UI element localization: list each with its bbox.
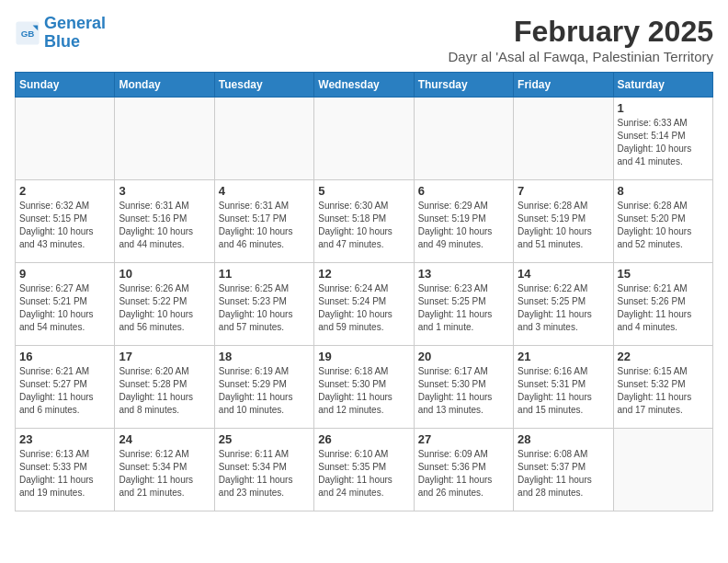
logo-icon: GB xyxy=(15,20,40,46)
week-row-4: 16Sunrise: 6:21 AM Sunset: 5:27 PM Dayli… xyxy=(16,346,713,429)
calendar-cell: 14Sunrise: 6:22 AM Sunset: 5:25 PM Dayli… xyxy=(514,263,613,346)
day-info: Sunrise: 6:09 AM Sunset: 5:36 PM Dayligh… xyxy=(418,448,509,500)
day-number: 19 xyxy=(318,350,409,363)
calendar-cell xyxy=(414,98,513,180)
day-number: 16 xyxy=(19,350,110,363)
weekday-header-monday: Monday xyxy=(115,73,214,98)
day-info: Sunrise: 6:15 AM Sunset: 5:32 PM Dayligh… xyxy=(618,365,709,417)
weekday-header-thursday: Thursday xyxy=(414,73,513,98)
calendar-cell: 10Sunrise: 6:26 AM Sunset: 5:22 PM Dayli… xyxy=(115,263,214,346)
calendar-cell: 5Sunrise: 6:30 AM Sunset: 5:18 PM Daylig… xyxy=(314,180,414,263)
day-info: Sunrise: 6:13 AM Sunset: 5:33 PM Dayligh… xyxy=(19,448,110,500)
calendar-cell: 17Sunrise: 6:20 AM Sunset: 5:28 PM Dayli… xyxy=(115,346,214,429)
calendar-cell: 21Sunrise: 6:16 AM Sunset: 5:31 PM Dayli… xyxy=(514,346,613,429)
day-info: Sunrise: 6:30 AM Sunset: 5:18 PM Dayligh… xyxy=(318,200,409,251)
day-info: Sunrise: 6:27 AM Sunset: 5:21 PM Dayligh… xyxy=(19,282,110,334)
day-number: 26 xyxy=(318,432,409,446)
calendar-cell: 19Sunrise: 6:18 AM Sunset: 5:30 PM Dayli… xyxy=(314,346,414,429)
day-info: Sunrise: 6:19 AM Sunset: 5:29 PM Dayligh… xyxy=(219,365,310,417)
week-row-2: 2Sunrise: 6:32 AM Sunset: 5:15 PM Daylig… xyxy=(16,180,713,263)
day-info: Sunrise: 6:21 AM Sunset: 5:26 PM Dayligh… xyxy=(618,282,709,334)
day-info: Sunrise: 6:24 AM Sunset: 5:24 PM Dayligh… xyxy=(318,282,409,334)
calendar-cell xyxy=(214,98,313,180)
day-info: Sunrise: 6:28 AM Sunset: 5:20 PM Dayligh… xyxy=(618,200,709,251)
day-number: 17 xyxy=(119,350,210,363)
logo-text: General Blue xyxy=(44,15,106,52)
day-info: Sunrise: 6:29 AM Sunset: 5:19 PM Dayligh… xyxy=(418,200,509,251)
calendar-cell: 9Sunrise: 6:27 AM Sunset: 5:21 PM Daylig… xyxy=(16,263,115,346)
calendar-cell: 3Sunrise: 6:31 AM Sunset: 5:16 PM Daylig… xyxy=(115,180,214,263)
weekday-header-sunday: Sunday xyxy=(16,73,115,98)
day-number: 21 xyxy=(518,350,609,363)
day-number: 22 xyxy=(618,350,709,363)
weekday-header-tuesday: Tuesday xyxy=(214,73,313,98)
weekday-header-saturday: Saturday xyxy=(613,73,712,98)
calendar-cell: 13Sunrise: 6:23 AM Sunset: 5:25 PM Dayli… xyxy=(414,263,513,346)
day-info: Sunrise: 6:08 AM Sunset: 5:37 PM Dayligh… xyxy=(518,448,609,500)
day-number: 23 xyxy=(19,432,110,446)
day-info: Sunrise: 6:25 AM Sunset: 5:23 PM Dayligh… xyxy=(219,282,310,334)
day-info: Sunrise: 6:22 AM Sunset: 5:25 PM Dayligh… xyxy=(518,282,609,334)
day-number: 18 xyxy=(219,350,310,363)
day-info: Sunrise: 6:11 AM Sunset: 5:34 PM Dayligh… xyxy=(219,448,310,500)
calendar-cell: 25Sunrise: 6:11 AM Sunset: 5:34 PM Dayli… xyxy=(214,429,313,511)
day-info: Sunrise: 6:28 AM Sunset: 5:19 PM Dayligh… xyxy=(518,200,609,251)
day-info: Sunrise: 6:31 AM Sunset: 5:17 PM Dayligh… xyxy=(219,200,310,251)
calendar-cell: 20Sunrise: 6:17 AM Sunset: 5:30 PM Dayli… xyxy=(414,346,513,429)
logo-blue: Blue xyxy=(44,32,80,51)
month-title: February 2025 xyxy=(448,15,713,49)
calendar-cell: 16Sunrise: 6:21 AM Sunset: 5:27 PM Dayli… xyxy=(16,346,115,429)
day-info: Sunrise: 6:26 AM Sunset: 5:22 PM Dayligh… xyxy=(119,282,210,334)
day-info: Sunrise: 6:33 AM Sunset: 5:14 PM Dayligh… xyxy=(618,117,709,168)
day-number: 5 xyxy=(318,184,409,198)
logo-general: General xyxy=(44,14,106,32)
day-number: 11 xyxy=(219,267,310,281)
calendar-cell: 28Sunrise: 6:08 AM Sunset: 5:37 PM Dayli… xyxy=(514,429,613,511)
day-number: 9 xyxy=(19,267,110,281)
day-number: 14 xyxy=(518,267,609,281)
location-subtitle: Dayr al 'Asal al Fawqa, Palestinian Terr… xyxy=(448,49,713,64)
page-header: GB General Blue February 2025 Dayr al 'A… xyxy=(15,15,713,64)
calendar-cell xyxy=(115,98,214,180)
calendar-cell xyxy=(613,429,712,511)
calendar-cell: 12Sunrise: 6:24 AM Sunset: 5:24 PM Dayli… xyxy=(314,263,414,346)
day-number: 6 xyxy=(418,184,509,198)
day-info: Sunrise: 6:21 AM Sunset: 5:27 PM Dayligh… xyxy=(19,365,110,417)
calendar-cell: 24Sunrise: 6:12 AM Sunset: 5:34 PM Dayli… xyxy=(115,429,214,511)
calendar-table: SundayMondayTuesdayWednesdayThursdayFrid… xyxy=(15,72,713,511)
day-info: Sunrise: 6:16 AM Sunset: 5:31 PM Dayligh… xyxy=(518,365,609,417)
day-number: 25 xyxy=(219,432,310,446)
title-area: February 2025 Dayr al 'Asal al Fawqa, Pa… xyxy=(448,15,713,64)
calendar-cell: 15Sunrise: 6:21 AM Sunset: 5:26 PM Dayli… xyxy=(613,263,712,346)
day-number: 3 xyxy=(119,184,210,198)
day-number: 27 xyxy=(418,432,509,446)
day-info: Sunrise: 6:20 AM Sunset: 5:28 PM Dayligh… xyxy=(119,365,210,417)
day-number: 15 xyxy=(618,267,709,281)
calendar-cell: 4Sunrise: 6:31 AM Sunset: 5:17 PM Daylig… xyxy=(214,180,313,263)
calendar-cell: 6Sunrise: 6:29 AM Sunset: 5:19 PM Daylig… xyxy=(414,180,513,263)
calendar-cell: 27Sunrise: 6:09 AM Sunset: 5:36 PM Dayli… xyxy=(414,429,513,511)
calendar-cell xyxy=(314,98,414,180)
calendar-cell xyxy=(514,98,613,180)
day-info: Sunrise: 6:31 AM Sunset: 5:16 PM Dayligh… xyxy=(119,200,210,251)
day-number: 24 xyxy=(119,432,210,446)
calendar-cell: 7Sunrise: 6:28 AM Sunset: 5:19 PM Daylig… xyxy=(514,180,613,263)
day-number: 10 xyxy=(119,267,210,281)
day-number: 1 xyxy=(618,101,709,115)
day-number: 7 xyxy=(518,184,609,198)
day-number: 8 xyxy=(618,184,709,198)
day-info: Sunrise: 6:10 AM Sunset: 5:35 PM Dayligh… xyxy=(318,448,409,500)
weekday-header-friday: Friday xyxy=(514,73,613,98)
day-number: 28 xyxy=(518,432,609,446)
calendar-cell: 8Sunrise: 6:28 AM Sunset: 5:20 PM Daylig… xyxy=(613,180,712,263)
day-number: 4 xyxy=(219,184,310,198)
calendar-cell: 18Sunrise: 6:19 AM Sunset: 5:29 PM Dayli… xyxy=(214,346,313,429)
day-info: Sunrise: 6:18 AM Sunset: 5:30 PM Dayligh… xyxy=(318,365,409,417)
svg-text:GB: GB xyxy=(21,29,35,39)
day-info: Sunrise: 6:23 AM Sunset: 5:25 PM Dayligh… xyxy=(418,282,509,334)
calendar-cell: 22Sunrise: 6:15 AM Sunset: 5:32 PM Dayli… xyxy=(613,346,712,429)
calendar-cell: 2Sunrise: 6:32 AM Sunset: 5:15 PM Daylig… xyxy=(16,180,115,263)
week-row-5: 23Sunrise: 6:13 AM Sunset: 5:33 PM Dayli… xyxy=(16,429,713,511)
day-number: 2 xyxy=(19,184,110,198)
day-info: Sunrise: 6:12 AM Sunset: 5:34 PM Dayligh… xyxy=(119,448,210,500)
